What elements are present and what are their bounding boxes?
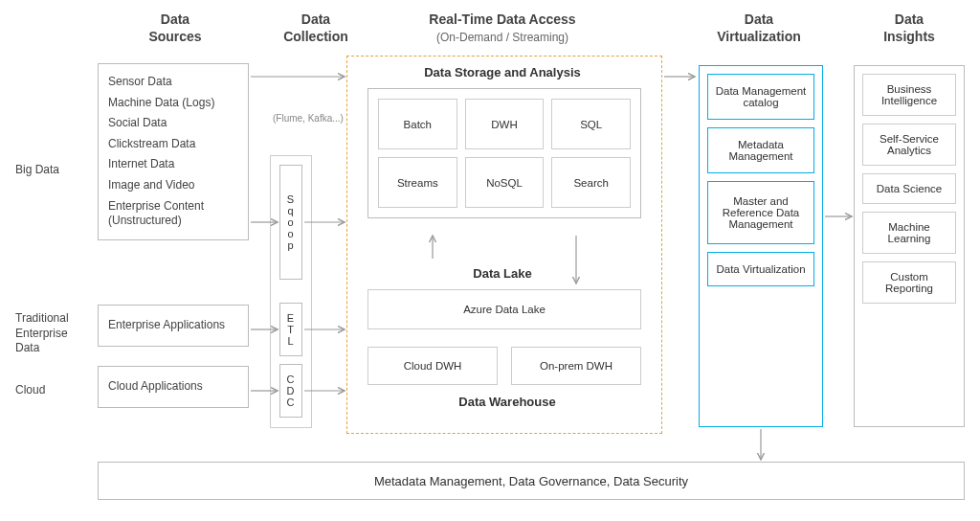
- src-item: Enterprise Content (Unstructured): [108, 196, 238, 232]
- storage-cell: Streams: [378, 157, 457, 208]
- collection-note: (Flume, Kafka...): [273, 113, 344, 124]
- insights-box: Business Intelligence Self-Service Analy…: [854, 65, 965, 427]
- collection-etl-box: ETL: [279, 303, 302, 356]
- storage-cell: Batch: [378, 99, 457, 149]
- sources-bigdata-box: Sensor Data Machine Data (Logs) Social D…: [98, 63, 249, 240]
- insight-item: Custom Reporting: [862, 261, 956, 304]
- header-realtime-sub: (On-Demand / Streaming): [436, 31, 568, 44]
- lake-box: Azure Data Lake: [368, 289, 641, 329]
- lake-title: Data Lake: [440, 266, 565, 281]
- row-label-traditional: Traditional Enterprise Data: [15, 311, 82, 356]
- storage-cell: Search: [551, 157, 631, 208]
- insight-item: Machine Learning: [862, 212, 956, 254]
- virt-item: Master and Reference Data Management: [707, 181, 814, 244]
- src-item: Sensor Data: [108, 72, 238, 93]
- footer-box: Metadata Management, Data Governance, Da…: [98, 462, 965, 500]
- collection-sqoop-box: Sqoop: [279, 165, 302, 280]
- sources-traditional-box: Enterprise Applications: [98, 305, 249, 347]
- header-sources: DataSources: [113, 11, 237, 45]
- insight-item: Data Science: [862, 173, 956, 204]
- insight-item: Business Intelligence: [862, 74, 956, 116]
- dwh-cell: On-prem DWH: [511, 347, 641, 385]
- virt-item: Data Virtualization: [707, 252, 814, 286]
- storage-title: Data Storage and Analysis: [383, 65, 622, 79]
- row-label-bigdata: Big Data: [15, 163, 82, 178]
- collection-cdc: CDC: [287, 374, 296, 408]
- src-item: Social Data: [108, 113, 238, 134]
- storage-cell: SQL: [551, 99, 631, 149]
- storage-grid: Batch DWH SQL Streams NoSQL Search: [368, 88, 641, 218]
- header-insights: DataInsights: [852, 11, 967, 45]
- header-realtime: Real-Time Data Access (On-Demand / Strea…: [364, 11, 641, 45]
- insight-item: Self-Service Analytics: [862, 124, 956, 166]
- src-item: Machine Data (Logs): [108, 93, 238, 114]
- dwh-cell: Cloud DWH: [368, 347, 498, 385]
- virt-item: Metadata Management: [707, 127, 814, 173]
- collection-sqoop: Sqoop: [287, 193, 295, 251]
- storage-cell: NoSQL: [465, 157, 545, 208]
- dw-title: Data Warehouse: [440, 395, 574, 409]
- src-item: Internet Data: [108, 154, 238, 175]
- virt-item: Data Management catalog: [707, 74, 814, 120]
- storage-cell: DWH: [465, 99, 545, 149]
- src-item: Image and Video: [108, 175, 238, 196]
- sources-cloud-box: Cloud Applications: [98, 366, 249, 408]
- header-realtime-main: Real-Time Data Access: [429, 11, 575, 27]
- header-virtualization: DataVirtualization: [697, 11, 821, 45]
- collection-etl: ETL: [287, 312, 295, 347]
- row-label-cloud: Cloud: [15, 383, 82, 398]
- src-item: Enterprise Applications: [108, 315, 238, 336]
- header-collection: DataCollection: [268, 11, 364, 45]
- src-item: Cloud Applications: [108, 376, 238, 397]
- virtualization-box: Data Management catalog Metadata Managem…: [699, 65, 823, 427]
- src-item: Clickstream Data: [108, 134, 238, 155]
- collection-cdc-box: CDC: [279, 364, 302, 418]
